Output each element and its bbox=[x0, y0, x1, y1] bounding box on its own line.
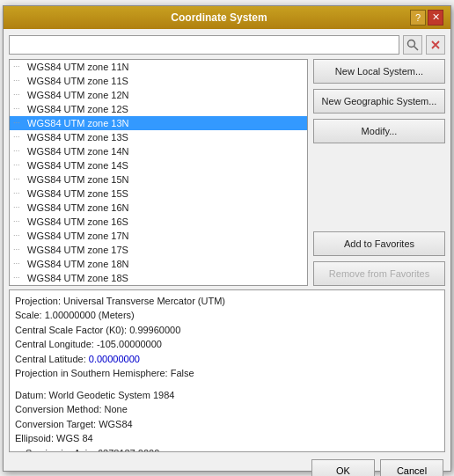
list-item[interactable]: WGS84 UTM zone 14S bbox=[10, 158, 307, 172]
info-panel: Projection: Universal Transverse Mercato… bbox=[9, 289, 445, 452]
bottom-bar: OK Cancel bbox=[9, 456, 445, 477]
main-area: WGS84 UTM zone 11NWGS84 UTM zone 11SWGS8… bbox=[9, 59, 445, 286]
list-item[interactable]: WGS84 UTM zone 17S bbox=[10, 243, 307, 257]
right-panel: New Local System... New Geographic Syste… bbox=[313, 59, 445, 286]
projection-south-line: Projection in Southern Hemisphere: False bbox=[15, 366, 439, 381]
ok-button[interactable]: OK bbox=[311, 459, 375, 477]
datum-line: Datum: World Geodetic System 1984 bbox=[15, 388, 439, 403]
list-item[interactable]: WGS84 UTM zone 11S bbox=[10, 74, 307, 88]
close-button[interactable]: ✕ bbox=[428, 10, 443, 26]
top-bar bbox=[9, 34, 445, 55]
central-scale-line: Central Scale Factor (K0): 0.99960000 bbox=[15, 323, 439, 338]
conversion-target-line: Conversion Target: WGS84 bbox=[15, 417, 439, 432]
info-spacer bbox=[15, 381, 439, 388]
list-item[interactable]: WGS84 UTM zone 15N bbox=[10, 172, 307, 187]
scale-line: Scale: 1.00000000 (Meters) bbox=[15, 308, 439, 323]
semimajor-line: Semimajor Axis: 6378137.0000m bbox=[15, 446, 439, 452]
svg-line-1 bbox=[414, 46, 419, 50]
ellipsoid-line: Ellipsoid: WGS 84 bbox=[15, 431, 439, 446]
list-item[interactable]: WGS84 UTM zone 13S bbox=[10, 130, 307, 144]
dialog-title: Coordinate System bbox=[28, 11, 410, 24]
svg-point-0 bbox=[408, 40, 415, 47]
list-item[interactable]: WGS84 UTM zone 17N bbox=[10, 229, 307, 243]
coordinate-system-dialog: Coordinate System ? ✕ bbox=[3, 5, 451, 472]
list-item[interactable]: WGS84 UTM zone 16S bbox=[10, 215, 307, 229]
title-bar-controls: ? ✕ bbox=[410, 10, 443, 26]
list-item[interactable]: WGS84 UTM zone 12N bbox=[10, 88, 307, 102]
title-bar: Coordinate System ? ✕ bbox=[4, 6, 450, 29]
central-lat-line: Central Latitude: 0.00000000 bbox=[15, 352, 439, 367]
remove-from-favorites-button[interactable]: Remove from Favorites bbox=[313, 261, 445, 286]
central-lon-line: Central Longitude: -105.00000000 bbox=[15, 337, 439, 352]
list-item[interactable]: WGS84 UTM zone 14N bbox=[10, 144, 307, 158]
list-item[interactable]: WGS84 UTM zone 13N bbox=[10, 116, 307, 130]
list-item[interactable]: WGS84 UTM zone 16N bbox=[10, 201, 307, 215]
coordinate-system-dropdown[interactable] bbox=[9, 35, 399, 55]
conversion-method-line: Conversion Method: None bbox=[15, 402, 439, 417]
list-item[interactable]: WGS84 UTM zone 15S bbox=[10, 187, 307, 201]
new-geographic-system-button[interactable]: New Geographic System... bbox=[313, 89, 445, 114]
list-item[interactable]: WGS84 UTM zone 18N bbox=[10, 257, 307, 271]
add-to-favorites-button[interactable]: Add to Favorites bbox=[313, 231, 445, 256]
list-item[interactable]: WGS84 UTM zone 12S bbox=[10, 102, 307, 116]
list-item[interactable]: WGS84 UTM zone 18S bbox=[10, 271, 307, 285]
coordinate-list-panel: WGS84 UTM zone 11NWGS84 UTM zone 11SWGS8… bbox=[9, 59, 308, 286]
new-local-system-button[interactable]: New Local System... bbox=[313, 59, 445, 84]
dialog-content: WGS84 UTM zone 11NWGS84 UTM zone 11SWGS8… bbox=[4, 29, 450, 477]
modify-button[interactable]: Modify... bbox=[313, 119, 445, 143]
help-button[interactable]: ? bbox=[410, 10, 426, 26]
cancel-button[interactable]: Cancel bbox=[380, 459, 443, 477]
coordinate-list-scroll[interactable]: WGS84 UTM zone 11NWGS84 UTM zone 11SWGS8… bbox=[10, 60, 307, 285]
projection-line: Projection: Universal Transverse Mercato… bbox=[15, 294, 439, 309]
list-item[interactable]: WGS84 UTM zone 11N bbox=[10, 60, 307, 74]
search-icon-button[interactable] bbox=[403, 35, 422, 55]
clear-icon-button[interactable] bbox=[426, 35, 445, 55]
